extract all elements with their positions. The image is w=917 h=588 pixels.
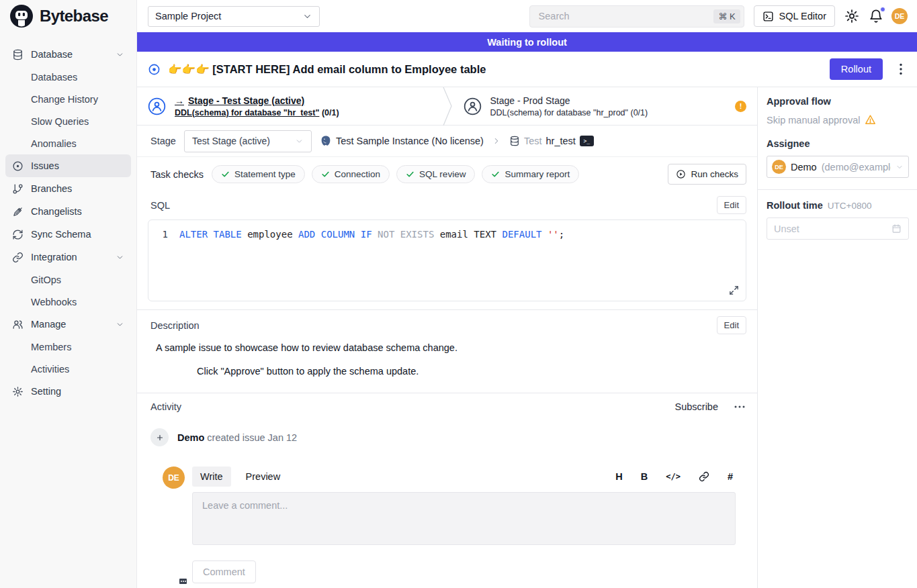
- approval-flow-title: Approval flow: [767, 96, 909, 107]
- bold-icon[interactable]: B: [641, 471, 648, 482]
- check-pill-summary-report[interactable]: Summary report: [482, 165, 579, 183]
- subscribe-button[interactable]: Subscribe: [675, 401, 718, 412]
- sidebar-item-databases[interactable]: Databases: [5, 66, 131, 88]
- instance-link[interactable]: Test Sample Instance (No license): [320, 135, 484, 147]
- git-branch-icon: [12, 183, 24, 195]
- database-icon: [12, 49, 24, 60]
- sidebar-item-gitops[interactable]: GitOps: [5, 268, 131, 291]
- tab-preview[interactable]: Preview: [238, 467, 289, 487]
- stage-task-link[interactable]: DDL(schema) for database "hr_test": [175, 108, 319, 117]
- sidebar-item-issues[interactable]: Issues: [5, 154, 131, 177]
- sidebar-item-anomalies[interactable]: Anomalies: [5, 132, 131, 154]
- sidebar-item-change-history[interactable]: Change History: [5, 88, 131, 110]
- sidebar-item-manage[interactable]: Manage: [5, 313, 131, 336]
- notifications-button[interactable]: [869, 9, 883, 23]
- project-selector[interactable]: Sample Project: [148, 6, 320, 27]
- brand-logo[interactable]: Bytebase: [0, 0, 136, 32]
- sidebar-item-label: Sync Schema: [31, 229, 91, 240]
- chevron-down-icon: [896, 163, 904, 171]
- sql-editor-button[interactable]: SQL Editor: [754, 5, 835, 27]
- stage-title: Stage - Prod Stage: [490, 95, 648, 106]
- check-pill-connection[interactable]: Connection: [312, 165, 390, 183]
- stage-pipeline: → Stage - Test Stage (active) DDL(schema…: [137, 87, 757, 126]
- sql-fullscreen-button[interactable]: [729, 285, 739, 295]
- sidebar-item-label: Setting: [31, 386, 61, 397]
- chat-bubble-icon: [178, 577, 188, 585]
- issue-open-icon: [148, 63, 161, 76]
- check-pill-sql-review[interactable]: SQL review: [396, 165, 475, 183]
- assignee-avatar: DE: [772, 160, 786, 174]
- issue-menu-button[interactable]: [896, 60, 906, 78]
- comment-tabs: Write Preview H B </>: [192, 467, 736, 487]
- sidebar-item-integration[interactable]: Integration: [5, 246, 131, 268]
- sql-token: employee: [242, 229, 298, 240]
- sidebar-item-label: Anomalies: [31, 138, 77, 149]
- database-icon: [509, 136, 520, 146]
- gear-icon: [844, 9, 859, 23]
- sidebar-item-slow-queries[interactable]: Slow Queries: [5, 110, 131, 132]
- warning-triangle-icon: [865, 114, 876, 126]
- activity-item: Demo created issue Jan 12: [150, 428, 746, 446]
- rollout-time-picker[interactable]: Unset: [767, 217, 909, 240]
- check-pill-label: Summary report: [505, 169, 570, 179]
- activity-title: Activity: [150, 401, 181, 412]
- users-icon: [12, 319, 24, 330]
- sidebar-item-webhooks[interactable]: Webhooks: [5, 291, 131, 313]
- sidebar-item-label: Slow Queries: [31, 116, 89, 127]
- sql-token: ADD COLUMN IF: [298, 229, 372, 240]
- changelist-pencils-icon: [12, 206, 24, 217]
- stage-select[interactable]: Test Stage (active): [184, 130, 312, 152]
- sidebar-item-members[interactable]: Members: [5, 336, 131, 358]
- sql-editor[interactable]: 1ALTER TABLE employee ADD COLUMN IF NOT …: [148, 219, 746, 301]
- sql-token: DEFAULT: [502, 229, 541, 240]
- check-pill-label: SQL review: [419, 169, 466, 179]
- assignee-name: Demo: [791, 162, 817, 173]
- sql-edit-button[interactable]: Edit: [717, 196, 746, 214]
- rollout-button[interactable]: Rollout: [830, 58, 883, 80]
- sidebar-item-activities[interactable]: Activities: [5, 358, 131, 380]
- search-input[interactable]: [537, 10, 714, 22]
- activity-section: Activity Subscribe Demo created issue: [137, 393, 757, 588]
- chevron-right-icon: [492, 136, 501, 146]
- code-icon[interactable]: </>: [666, 472, 681, 481]
- check-icon: [321, 170, 330, 179]
- activity-actor: Demo: [177, 432, 204, 443]
- assignee-email: (demo@example: [822, 162, 891, 173]
- run-checks-button[interactable]: Run checks: [668, 164, 746, 185]
- activity-menu-button[interactable]: [733, 404, 746, 409]
- search-box[interactable]: ⌘ K: [529, 5, 744, 28]
- tab-write[interactable]: Write: [192, 467, 231, 487]
- stage-card-test[interactable]: → Stage - Test Stage (active) DDL(schema…: [137, 87, 442, 125]
- stage-selector-row: Stage Test Stage (active) Test Sample In…: [137, 126, 757, 157]
- check-pill-statement-type[interactable]: Statement type: [212, 165, 305, 183]
- description-edit-button[interactable]: Edit: [717, 316, 746, 334]
- heading-icon[interactable]: H: [615, 471, 622, 482]
- description-section: Description Edit A sample issue to showc…: [137, 309, 757, 387]
- stage-card-prod[interactable]: Stage - Prod Stage DDL(schema) for datab…: [453, 87, 758, 125]
- assignee-title: Assignee: [767, 138, 909, 149]
- sidebar-item-branches[interactable]: Branches: [5, 177, 131, 200]
- sidebar-item-setting[interactable]: Setting: [5, 380, 131, 403]
- open-sql-editor-icon[interactable]: >_: [580, 136, 594, 146]
- sql-token: ;: [559, 229, 564, 240]
- sql-section-title: SQL: [150, 200, 170, 211]
- issue-detail-column: → Stage - Test Stage (active) DDL(schema…: [137, 87, 758, 588]
- settings-button[interactable]: [844, 9, 859, 23]
- sidebar-item-database[interactable]: Database: [5, 43, 131, 66]
- comment-submit-button[interactable]: Comment: [192, 560, 256, 583]
- user-avatar[interactable]: DE: [891, 8, 908, 24]
- assignee-select[interactable]: DE Demo (demo@example: [767, 156, 909, 178]
- activity-action: created issue: [207, 432, 265, 443]
- sql-token: [542, 229, 548, 240]
- plus-icon: [150, 428, 169, 446]
- hash-icon[interactable]: #: [728, 471, 733, 482]
- comment-textarea[interactable]: [192, 492, 736, 545]
- sidebar-item-changelists[interactable]: Changelists: [5, 200, 131, 223]
- database-link[interactable]: Test hr_test >_: [509, 136, 594, 146]
- link-icon[interactable]: [699, 471, 709, 482]
- sidebar-item-label: Webhooks: [31, 297, 77, 307]
- sidebar-item-sync-schema[interactable]: Sync Schema: [5, 223, 131, 246]
- top-bar: Sample Project ⌘ K SQL Editor DE: [137, 0, 917, 32]
- check-icon: [406, 170, 414, 179]
- sql-editor-button-label: SQL Editor: [779, 11, 826, 21]
